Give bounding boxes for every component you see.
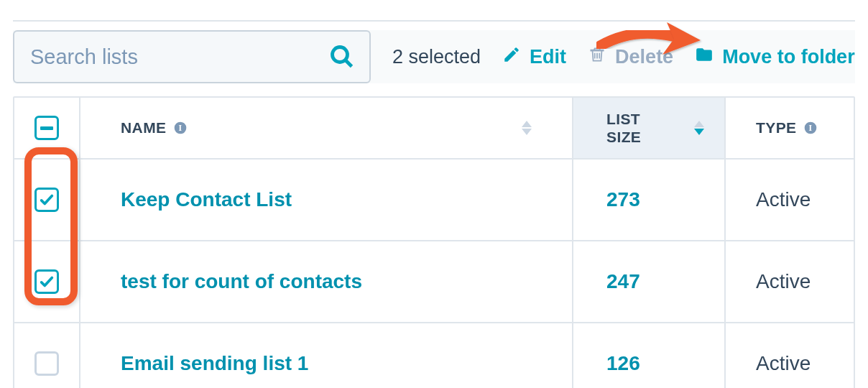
- sort-arrows[interactable]: [522, 121, 532, 135]
- list-size-link[interactable]: 126: [606, 352, 640, 375]
- move-to-folder-button[interactable]: Move to folder: [695, 45, 855, 69]
- header-type-label[interactable]: Type i: [756, 119, 818, 137]
- svg-point-0: [333, 47, 348, 63]
- chevron-down-icon: [522, 129, 532, 135]
- list-size-link[interactable]: 247: [606, 270, 640, 293]
- search-input[interactable]: [13, 30, 371, 83]
- sort-arrows-size[interactable]: [694, 121, 704, 135]
- move-label: Move to folder: [722, 46, 855, 68]
- delete-label: Delete: [615, 46, 673, 68]
- search-wrapper: [13, 30, 371, 83]
- chevron-up-icon: [522, 121, 532, 127]
- info-icon: i: [803, 121, 818, 135]
- svg-text:i: i: [809, 124, 813, 133]
- list-type-text: Active: [756, 270, 811, 293]
- edit-label: Edit: [530, 46, 566, 68]
- row-checkbox[interactable]: [34, 351, 59, 376]
- header-name-label[interactable]: Name i: [121, 119, 188, 137]
- list-type-text: Active: [756, 352, 811, 375]
- info-icon: i: [173, 121, 188, 135]
- chevron-down-icon: [694, 129, 704, 135]
- header-select-all: [14, 98, 80, 158]
- svg-text:i: i: [179, 124, 183, 133]
- table-row: test for count of contacts247Active: [14, 241, 854, 323]
- chevron-up-icon: [694, 121, 704, 127]
- select-all-checkbox[interactable]: [34, 116, 59, 140]
- header-type: Type i: [726, 98, 854, 158]
- row-checkbox[interactable]: [34, 269, 59, 294]
- list-name-link[interactable]: test for count of contacts: [121, 270, 362, 293]
- header-name: Name i: [80, 98, 573, 158]
- table-header-row: Name i List Size: [14, 98, 854, 160]
- toolbar: 2 selected Edit Delete Move to folder: [13, 30, 855, 83]
- header-size-label[interactable]: List Size: [606, 110, 664, 146]
- table-row: Keep Contact List273Active: [14, 160, 854, 241]
- list-type-text: Active: [756, 188, 811, 211]
- search-icon: [329, 44, 355, 70]
- svg-line-1: [346, 60, 352, 67]
- lists-table: Name i List Size: [13, 96, 855, 388]
- list-size-link[interactable]: 273: [606, 188, 640, 211]
- edit-button[interactable]: Edit: [502, 45, 566, 69]
- selected-count: 2 selected: [392, 46, 481, 68]
- row-checkbox[interactable]: [34, 188, 59, 212]
- delete-button[interactable]: Delete: [588, 45, 673, 69]
- table-row: Email sending list 1126Active: [14, 323, 854, 388]
- folder-icon: [695, 45, 714, 69]
- trash-icon: [588, 45, 606, 69]
- list-name-link[interactable]: Email sending list 1: [121, 352, 308, 375]
- list-name-link[interactable]: Keep Contact List: [121, 188, 292, 211]
- header-list-size: List Size: [573, 98, 726, 158]
- pencil-icon: [502, 45, 521, 69]
